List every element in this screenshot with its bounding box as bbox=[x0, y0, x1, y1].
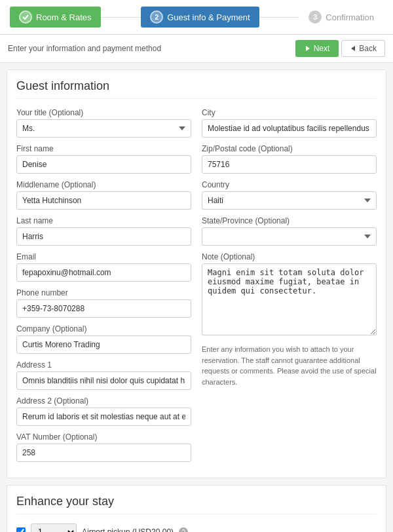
step-divider-1 bbox=[101, 17, 141, 18]
email-input[interactable] bbox=[16, 263, 191, 282]
arrow-right-icon bbox=[305, 45, 311, 52]
note-textarea[interactable] bbox=[202, 263, 377, 335]
title-group: Your title (Optional) Ms. Mr. Mrs. Dr. bbox=[16, 108, 191, 138]
svg-marker-1 bbox=[351, 46, 355, 51]
country-group: Country Haiti USA UK Canada bbox=[202, 180, 377, 210]
note-hint: Enter any information you wish to attach… bbox=[202, 344, 377, 387]
step-divider-2 bbox=[259, 17, 300, 18]
email-group: Email bbox=[16, 252, 191, 282]
note-group: Note (Optional) bbox=[202, 252, 377, 337]
address2-input[interactable] bbox=[16, 408, 191, 426]
note-label: Note (Optional) bbox=[202, 252, 377, 261]
address2-group: Address 2 (Optional) bbox=[16, 396, 191, 426]
zip-group: Zip/Postal code (Optional) bbox=[202, 144, 377, 174]
address1-label: Address 1 bbox=[16, 360, 191, 370]
stepper: Room & Rates 2 Guest info & Payment 3 Co… bbox=[0, 0, 393, 35]
phone-input[interactable] bbox=[16, 299, 191, 318]
svg-marker-0 bbox=[306, 46, 310, 51]
city-input[interactable] bbox=[202, 119, 377, 138]
state-group: State/Province (Optional) bbox=[202, 216, 377, 246]
phone-group: Phone number bbox=[16, 288, 191, 318]
enhance-section: Enhance your stay 1 2 3 Airport pickup (… bbox=[7, 485, 386, 532]
firstname-input[interactable] bbox=[16, 155, 191, 174]
firstname-label: First name bbox=[16, 144, 191, 153]
vat-group: VAT Number (Optional) bbox=[16, 432, 191, 462]
top-bar: Enter your information and payment metho… bbox=[0, 35, 393, 63]
enhance-title: Enhance your stay bbox=[16, 495, 377, 514]
title-label: Your title (Optional) bbox=[16, 108, 191, 117]
step-2-label: Guest info & Payment bbox=[167, 12, 250, 22]
airport-label: Airport pickup (USD20.00) bbox=[82, 527, 174, 532]
step-2-circle: 2 bbox=[150, 10, 163, 24]
state-select[interactable] bbox=[202, 227, 377, 246]
top-next-button[interactable]: Next bbox=[295, 40, 339, 57]
lastname-group: Last name bbox=[16, 216, 191, 246]
phone-label: Phone number bbox=[16, 288, 191, 297]
guest-form-right: City Zip/Postal code (Optional) Country … bbox=[202, 108, 377, 468]
step-2[interactable]: 2 Guest info & Payment bbox=[141, 7, 259, 28]
guest-info-title: Guest information bbox=[16, 79, 377, 99]
lastname-input[interactable] bbox=[16, 227, 191, 246]
country-select[interactable]: Haiti USA UK Canada bbox=[202, 191, 377, 210]
vat-label: VAT Number (Optional) bbox=[16, 432, 191, 442]
address2-label: Address 2 (Optional) bbox=[16, 396, 191, 406]
firstname-group: First name bbox=[16, 144, 191, 174]
vat-input[interactable] bbox=[16, 444, 191, 462]
step-3-label: Confirmation bbox=[326, 12, 374, 22]
address1-input[interactable] bbox=[16, 371, 191, 390]
city-group: City bbox=[202, 108, 377, 138]
country-label: Country bbox=[202, 180, 377, 189]
middlename-group: Middlename (Optional) bbox=[16, 180, 191, 210]
step-3-circle: 3 bbox=[309, 10, 322, 24]
middlename-input[interactable] bbox=[16, 191, 191, 210]
state-label: State/Province (Optional) bbox=[202, 216, 377, 225]
step-3[interactable]: 3 Confirmation bbox=[299, 7, 383, 28]
enhance-row: 1 2 3 Airport pickup (USD20.00) ? bbox=[16, 523, 377, 532]
airport-qty-select[interactable]: 1 2 3 bbox=[31, 523, 77, 532]
company-group: Company (Optional) bbox=[16, 324, 191, 354]
company-input[interactable] bbox=[16, 335, 191, 354]
step-1-circle bbox=[19, 10, 32, 24]
guest-info-section: Guest information Your title (Optional) … bbox=[7, 69, 386, 478]
top-bar-text: Enter your information and payment metho… bbox=[8, 44, 161, 53]
arrow-left-icon bbox=[350, 45, 356, 52]
enhance-help-icon[interactable]: ? bbox=[179, 527, 188, 532]
title-select[interactable]: Ms. Mr. Mrs. Dr. bbox=[16, 119, 191, 138]
lastname-label: Last name bbox=[16, 216, 191, 225]
email-label: Email bbox=[16, 252, 191, 261]
zip-input[interactable] bbox=[202, 155, 377, 174]
top-back-button[interactable]: Back bbox=[341, 40, 385, 57]
guest-form-left: Your title (Optional) Ms. Mr. Mrs. Dr. F… bbox=[16, 108, 191, 468]
zip-label: Zip/Postal code (Optional) bbox=[202, 144, 377, 153]
address1-group: Address 1 bbox=[16, 360, 191, 390]
city-label: City bbox=[202, 108, 377, 117]
company-label: Company (Optional) bbox=[16, 324, 191, 333]
airport-checkbox[interactable] bbox=[16, 527, 26, 532]
step-1[interactable]: Room & Rates bbox=[10, 7, 101, 28]
middlename-label: Middlename (Optional) bbox=[16, 180, 191, 189]
top-bar-buttons: Next Back bbox=[295, 40, 385, 57]
guest-form-row: Your title (Optional) Ms. Mr. Mrs. Dr. F… bbox=[16, 108, 377, 468]
step-1-label: Room & Rates bbox=[36, 12, 92, 22]
